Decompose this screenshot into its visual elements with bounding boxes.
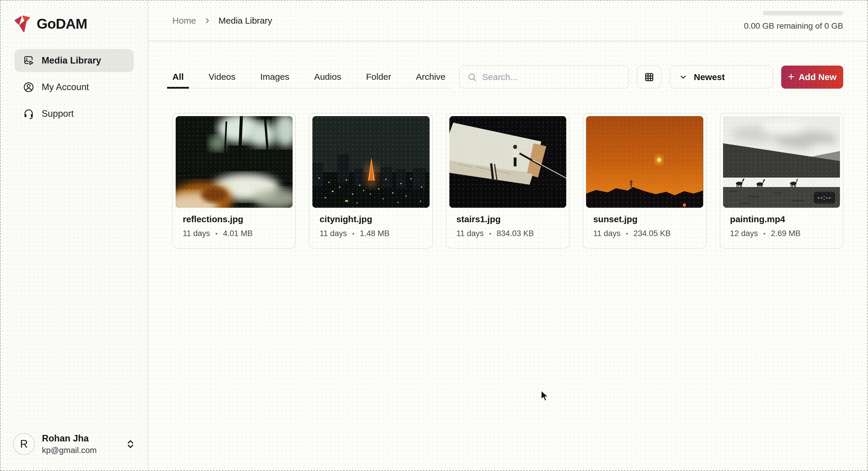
media-title: painting.mp4 <box>730 214 833 224</box>
plus-icon: + <box>788 71 795 82</box>
sidebar-item-support[interactable]: Support <box>14 102 134 125</box>
chevrons-up-down-icon[interactable] <box>125 439 136 449</box>
user-email: kp@gmail.com <box>42 446 97 455</box>
media-age: 11 days <box>593 229 621 238</box>
media-thumbnail <box>312 116 429 208</box>
add-new-button[interactable]: + Add New <box>781 66 843 89</box>
media-size: 1.48 MB <box>360 229 390 238</box>
media-card-body: stairs1.jpg 11 days • 834.03 KB <box>450 208 566 248</box>
avatar: R <box>13 433 35 455</box>
add-new-label: Add New <box>799 72 836 82</box>
media-title: citynight.jpg <box>319 214 422 224</box>
thumbnail-art-reflections <box>176 116 292 208</box>
meta-separator: • <box>763 230 766 238</box>
user-meta: Rohan Jha kp@gmail.com <box>42 433 97 455</box>
chevron-down-icon <box>679 73 687 81</box>
media-card-citynight[interactable]: citynight.jpg 11 days • 1.48 MB <box>309 113 433 249</box>
media-size: 4.01 MB <box>223 229 253 238</box>
brand-logo: GoDAM <box>1 1 148 33</box>
storage-text: 0.00 GB remaining of 0 GB <box>744 21 843 31</box>
sort-selected: Newest <box>694 72 725 82</box>
search-box[interactable] <box>459 66 629 89</box>
breadcrumb: Home Media Library <box>173 16 272 26</box>
storage-progressbar <box>763 11 843 16</box>
tab-folder[interactable]: Folder <box>366 66 391 88</box>
sidebar-item-label: Support <box>42 109 74 119</box>
video-duration-badge: --:-- <box>814 192 835 204</box>
media-meta: 11 days • 834.03 KB <box>457 229 559 238</box>
meta-separator: • <box>352 230 354 238</box>
grid-view-button[interactable] <box>637 66 661 89</box>
sidebar-item-label: Media Library <box>42 55 101 66</box>
media-size: 2.69 MB <box>771 229 801 238</box>
tab-all[interactable]: All <box>173 66 184 88</box>
search-input[interactable] <box>482 72 621 82</box>
godam-logo-icon <box>12 14 31 33</box>
sidebar-item-media-library[interactable]: Media Library <box>14 49 134 72</box>
media-card-reflections[interactable]: reflections.jpg 11 days • 4.01 MB <box>173 113 296 249</box>
chevron-right-icon <box>204 17 211 24</box>
media-title: reflections.jpg <box>183 214 285 224</box>
storage-indicator: 0.00 GB remaining of 0 GB <box>761 11 843 31</box>
thumbnail-art-sunset <box>586 116 703 208</box>
breadcrumb-home[interactable]: Home <box>173 16 196 26</box>
media-card-painting[interactable]: --:-- painting.mp4 12 days • 2.69 MB <box>720 113 843 249</box>
meta-separator: • <box>489 230 491 238</box>
tab-audios[interactable]: Audios <box>314 66 341 88</box>
media-age: 11 days <box>183 229 210 238</box>
media-card-sunset[interactable]: sunset.jpg 11 days • 234.05 KB <box>583 113 706 249</box>
user-menu[interactable]: R Rohan Jha kp@gmail.com <box>1 433 148 470</box>
media-meta: 11 days • 234.05 KB <box>593 229 696 238</box>
media-meta: 11 days • 1.48 MB <box>319 229 422 238</box>
media-thumbnail: --:-- <box>723 116 840 208</box>
breadcrumb-current: Media Library <box>218 16 272 26</box>
user-name: Rohan Jha <box>42 433 97 444</box>
tab-archive[interactable]: Archive <box>416 66 445 88</box>
media-thumbnail <box>176 116 292 208</box>
grid-view-icon <box>644 72 655 83</box>
content: All Videos Images Audios Folder Archive <box>148 41 867 249</box>
media-thumbnail <box>586 116 703 208</box>
main-area: Home Media Library 0.00 GB remaining of … <box>148 1 867 470</box>
thumbnail-art-citynight <box>312 116 429 208</box>
search-icon <box>467 72 477 82</box>
sidebar-nav: Media Library My Account Support <box>1 49 148 125</box>
tab-images[interactable]: Images <box>260 66 289 88</box>
media-age: 11 days <box>319 229 347 238</box>
meta-separator: • <box>626 230 628 238</box>
media-thumbnail <box>450 116 566 208</box>
media-grid: reflections.jpg 11 days • 4.01 MB <box>173 113 843 249</box>
tab-videos[interactable]: Videos <box>209 66 235 88</box>
user-circle-icon <box>23 81 35 93</box>
thumbnail-art-stairs <box>450 116 566 208</box>
media-title: stairs1.jpg <box>457 214 559 224</box>
media-card-body: painting.mp4 12 days • 2.69 MB <box>723 208 840 248</box>
headset-icon <box>23 108 35 120</box>
brand-name: GoDAM <box>37 16 87 32</box>
media-card-body: reflections.jpg 11 days • 4.01 MB <box>176 208 292 248</box>
meta-separator: • <box>216 230 218 238</box>
media-age: 12 days <box>730 229 758 238</box>
media-meta: 12 days • 2.69 MB <box>730 229 833 238</box>
sidebar-item-my-account[interactable]: My Account <box>14 76 134 99</box>
media-card-body: citynight.jpg 11 days • 1.48 MB <box>312 208 429 248</box>
media-size: 234.05 KB <box>633 229 671 238</box>
top-header: Home Media Library 0.00 GB remaining of … <box>148 1 867 41</box>
toolbar: All Videos Images Audios Folder Archive <box>173 66 843 89</box>
sidebar-item-label: My Account <box>42 82 89 92</box>
media-age: 11 days <box>457 229 484 238</box>
media-title: sunset.jpg <box>593 214 696 224</box>
media-library-icon <box>23 55 35 66</box>
sort-dropdown[interactable]: Newest <box>670 66 773 89</box>
filter-tabs: All Videos Images Audios Folder Archive <box>173 66 451 89</box>
media-size: 834.03 KB <box>497 229 534 238</box>
media-card-body: sunset.jpg 11 days • 234.05 KB <box>586 208 703 248</box>
media-card-stairs[interactable]: stairs1.jpg 11 days • 834.03 KB <box>446 113 569 249</box>
media-meta: 11 days • 4.01 MB <box>183 229 285 238</box>
sidebar: GoDAM Media Library My Account <box>1 1 148 470</box>
